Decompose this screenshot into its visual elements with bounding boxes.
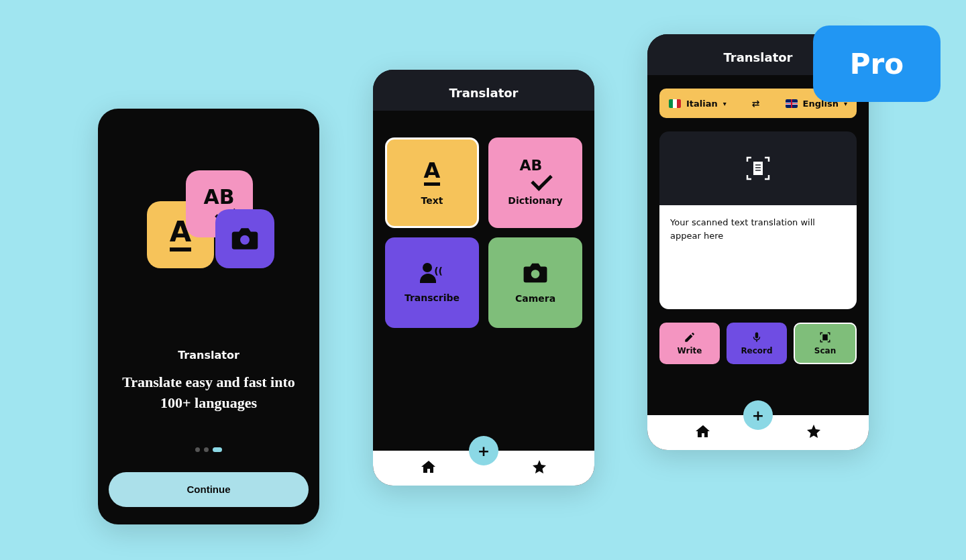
input-actions: Write Record Scan [659, 323, 857, 364]
ab-check-icon: AB [520, 160, 551, 186]
scan-container: Your scanned text translation will appea… [659, 131, 857, 309]
page-indicator [98, 447, 319, 452]
page-dot[interactable] [204, 447, 209, 452]
translation-result-area: Your scanned text translation will appea… [659, 205, 857, 309]
add-button[interactable]: + [743, 400, 773, 430]
onboarding-headline: Translate easy and fast into 100+ langua… [98, 372, 319, 414]
tile-label: Dictionary [508, 195, 562, 206]
person-voice-icon: (( [420, 263, 444, 283]
action-label: Write [678, 346, 702, 355]
english-flag-icon [786, 99, 798, 108]
bottom-nav: + [647, 415, 869, 450]
plus-icon: + [478, 443, 490, 459]
home-button[interactable] [695, 423, 711, 442]
home-icon [695, 423, 711, 439]
pro-badge: Pro [813, 25, 941, 102]
star-icon [806, 423, 822, 439]
favorites-button[interactable] [806, 423, 822, 442]
feature-tiles: A Text AB Dictionary (( Transcribe Camer… [373, 111, 594, 328]
onboarding-screen: A AB Translator Translate easy and fast … [98, 109, 319, 524]
home-button[interactable] [421, 459, 437, 478]
camera-card-icon [215, 209, 274, 268]
home-icon [421, 459, 437, 475]
tile-label: Camera [515, 293, 555, 304]
language-from-selector[interactable]: Italian ▾ [669, 99, 727, 109]
chevron-down-icon: ▾ [723, 100, 727, 107]
tile-label: Text [421, 195, 443, 206]
categories-screen: Translator A Text AB Dictionary (( Trans… [373, 70, 594, 486]
dictionary-tile[interactable]: AB Dictionary [488, 137, 582, 228]
scan-icon [819, 331, 831, 343]
tile-label: Transcribe [405, 292, 460, 303]
header-title: Translator [373, 70, 594, 111]
bottom-nav: + [373, 451, 594, 486]
letter-a-icon: A [424, 160, 441, 186]
microphone-icon [751, 331, 763, 343]
text-tile[interactable]: A Text [385, 137, 479, 228]
transcribe-tile[interactable]: (( Transcribe [385, 237, 479, 328]
camera-icon [523, 262, 548, 284]
record-button[interactable]: Record [727, 323, 787, 364]
camera-tile[interactable]: Camera [488, 237, 582, 328]
app-title: Translator [98, 349, 319, 361]
action-label: Scan [814, 346, 836, 355]
action-label: Record [741, 346, 772, 355]
scan-preview-area [659, 131, 857, 205]
star-icon [531, 459, 547, 475]
continue-button[interactable]: Continue [109, 472, 309, 507]
feature-cards-illustration: A AB [142, 162, 276, 296]
write-button[interactable]: Write [659, 323, 720, 364]
page-dot[interactable] [195, 447, 200, 452]
svg-rect-4 [823, 335, 827, 340]
language-from-label: Italian [686, 99, 718, 109]
scan-button[interactable]: Scan [794, 323, 857, 364]
italian-flag-icon [669, 99, 681, 108]
plus-icon: + [752, 407, 764, 424]
favorites-button[interactable] [531, 459, 547, 478]
svg-rect-0 [753, 162, 763, 175]
pro-label: Pro [850, 48, 904, 80]
page-dot-active[interactable] [213, 447, 222, 452]
add-button[interactable]: + [469, 436, 498, 465]
camera-icon [231, 227, 259, 251]
edit-icon [684, 331, 696, 343]
swap-languages-button[interactable]: ⇄ [752, 98, 760, 109]
scan-document-icon [745, 155, 771, 182]
